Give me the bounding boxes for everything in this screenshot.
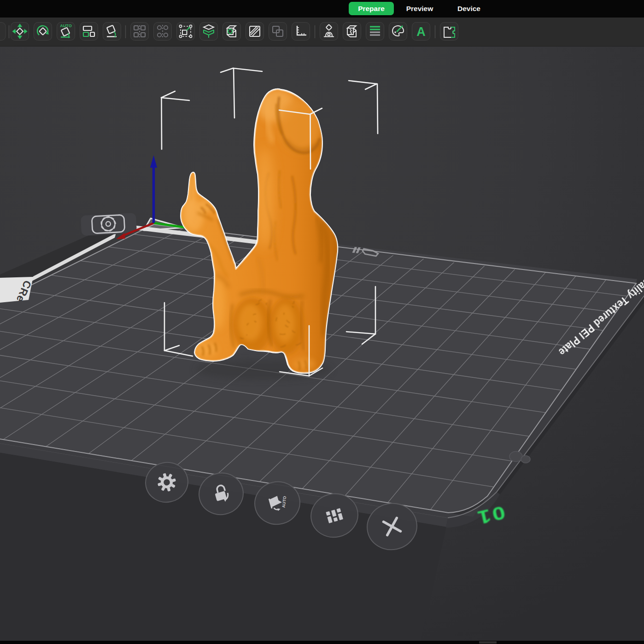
svg-text:Device: Device	[457, 5, 480, 12]
svg-text:Preview: Preview	[406, 5, 434, 12]
svg-text:AUTO: AUTO	[60, 23, 71, 28]
svg-text:Prepare: Prepare	[358, 5, 385, 12]
svg-text:A: A	[416, 25, 426, 39]
